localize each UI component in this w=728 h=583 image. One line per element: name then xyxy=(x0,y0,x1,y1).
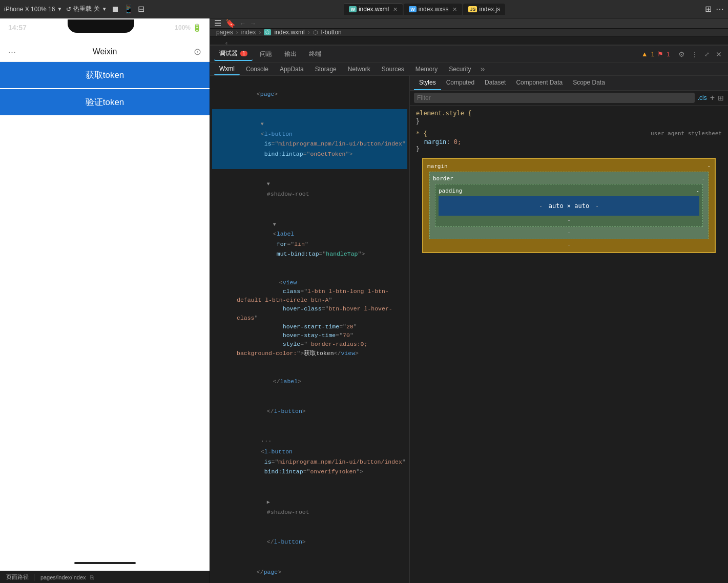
cls-label[interactable]: .cls xyxy=(698,94,707,101)
path-file: index.wxml xyxy=(274,29,304,36)
tab-sources[interactable]: Sources xyxy=(377,64,409,75)
tab-security[interactable]: Security xyxy=(444,64,476,75)
page-path-label: 页面路径 xyxy=(6,573,29,581)
device-label: iPhone X 100% 16 xyxy=(4,6,55,13)
tab-index-js[interactable]: JS index.js xyxy=(463,4,505,15)
phone-simulator-panel: 14:57 100% 🔋 ··· Weixin ⊙ 获取token 验证toke… xyxy=(0,18,210,583)
phone-status-bar: 14:57 100% 🔋 xyxy=(0,18,210,37)
tab-terminal[interactable]: 终端 xyxy=(304,48,326,60)
dom-line-lbutton2[interactable]: ··· <l-button is="miniprogram_npm/lin-ui… xyxy=(212,426,407,487)
path-index: index xyxy=(241,29,256,36)
error-count-badge: 1 xyxy=(667,51,670,58)
styles-filter-input[interactable] xyxy=(414,93,695,103)
phone-btn-get-token[interactable]: 获取token xyxy=(0,62,210,88)
phone-time: 14:57 xyxy=(8,24,27,32)
split-editor-icon[interactable]: ⊞ xyxy=(705,4,712,14)
tab-styles[interactable]: Styles xyxy=(414,76,441,90)
warning-icon: ▲ xyxy=(641,50,648,58)
tab-appdata[interactable]: AppData xyxy=(275,64,309,75)
prop-name-margin: margin xyxy=(424,138,446,145)
dom-line-view[interactable]: <view class="l-btn l-btn-long l-btn-defa… xyxy=(212,269,407,366)
border-value: - xyxy=(701,175,705,182)
dom-line-label[interactable]: ▼ <label for="lin" mut-bind:tap="handleT… xyxy=(212,209,407,269)
nav-back-button[interactable]: ← xyxy=(240,20,246,27)
dom-line-page-close[interactable]: </page> xyxy=(212,557,407,583)
dom-line-lbutton2-close[interactable]: </l-button> xyxy=(212,527,407,557)
styles-rule-close-element: } xyxy=(416,118,722,125)
tab-storage[interactable]: Storage xyxy=(310,64,342,75)
border-label: border xyxy=(433,175,453,182)
flag-icon: ⚑ xyxy=(657,50,663,58)
phone-btn-verify-token[interactable]: 验证token xyxy=(0,89,210,115)
more-devtools-icon[interactable]: ⋮ xyxy=(689,50,700,58)
dom-tree-panel[interactable]: <page> ▼ <l-button is="miniprogram_npm/l… xyxy=(210,76,410,583)
settings-icon[interactable]: ⚙ xyxy=(676,50,687,58)
tab-label: index.wxml xyxy=(359,6,389,13)
dom-line-shadow-root[interactable]: ▼ #shadow-root xyxy=(212,169,407,209)
stop-button[interactable]: ⏹ xyxy=(111,5,119,14)
layout-button[interactable]: ⊟ xyxy=(138,4,144,14)
top-toolbar: iPhone X 100% 16 ▼ ↺ 热重载 关 ▼ ⏹ 📱 ⊟ W ind… xyxy=(0,0,728,18)
right-panel: ☰ 🔖 ← → pages › index › ⬡ index.wxml › ⬡… xyxy=(210,18,728,583)
tab-component-data[interactable]: Component Data xyxy=(511,76,568,90)
tab-issues[interactable]: 问题 xyxy=(255,48,277,60)
tab-index-wxss[interactable]: W index.wxss ✕ xyxy=(404,4,462,15)
styles-rule-element: element.style { } xyxy=(416,110,722,125)
dom-line-lbutton1-close[interactable]: </l-button> xyxy=(212,397,407,427)
styles-panel: Styles Computed Dataset Component Data S… xyxy=(410,76,728,583)
fullscreen-icon[interactable]: ⤢ xyxy=(702,51,712,58)
tab-network[interactable]: Network xyxy=(343,64,376,75)
prop-value-margin: 0; xyxy=(454,138,461,145)
chevron-down-icon-reload: ▼ xyxy=(102,6,107,12)
devtools-tabs-bar: 调试器 1 问题 输出 终端 ▲ 1 ⚑ 1 xyxy=(210,46,728,63)
more-options-icon[interactable]: ⋯ xyxy=(716,4,724,14)
tab-close-icon[interactable]: ✕ xyxy=(393,6,398,13)
tab-scope-data[interactable]: Scope Data xyxy=(568,76,610,90)
tab-computed[interactable]: Computed xyxy=(441,76,480,90)
file-icon: ⬡ xyxy=(264,29,271,35)
reload-button[interactable]: ↺ 热重载 关 ▼ xyxy=(66,5,107,13)
tab-index-wxml[interactable]: W index.wxml ✕ xyxy=(344,3,403,15)
tab-debugger-label: 调试器 xyxy=(219,50,238,57)
phone-back-icon: ··· xyxy=(8,47,16,57)
page-path-value: pages/index/index xyxy=(40,574,86,580)
tab-output[interactable]: 输出 xyxy=(279,48,302,60)
editor-toolbar: ☰ 🔖 ← → xyxy=(210,18,728,29)
close-devtools-icon[interactable]: ✕ xyxy=(714,50,724,58)
nav-forward-button[interactable]: → xyxy=(250,20,256,27)
code-editor[interactable]: 1 <l-button l-class="btn-A" bind:lintap=… xyxy=(210,36,728,45)
page-path-sep: │ xyxy=(33,574,36,580)
margin-label: margin xyxy=(427,163,448,170)
phone-battery-icon: 🔋 xyxy=(193,24,201,32)
tab-console[interactable]: Console xyxy=(241,64,274,75)
dom-line-lbutton1[interactable]: ▼ <l-button is="miniprogram_npm/lin-ui/b… xyxy=(212,109,407,169)
more-panel-tabs-icon[interactable]: » xyxy=(477,65,488,74)
hamburger-icon[interactable]: ☰ xyxy=(214,18,221,28)
dom-line-page[interactable]: <page> xyxy=(212,79,407,109)
copy-path-icon[interactable]: ⎘ xyxy=(90,574,94,580)
wxml-tab-icon: W xyxy=(349,6,357,12)
tab-memory[interactable]: Memory xyxy=(410,64,443,75)
tab-wxml[interactable]: Wxml xyxy=(214,63,240,75)
tab-close-icon-wxss[interactable]: ✕ xyxy=(452,6,457,13)
phone-app-header: ··· Weixin ⊙ xyxy=(0,42,210,62)
devtools-content: <page> ▼ <l-button is="miniprogram_npm/l… xyxy=(210,76,728,583)
path-pages: pages xyxy=(216,29,233,36)
add-style-icon[interactable]: + xyxy=(710,93,715,102)
dom-line-shadow-root2[interactable]: ▶ #shadow-root xyxy=(212,487,407,527)
toggle-style-icon[interactable]: ⊞ xyxy=(718,94,724,102)
tab-terminal-label: 终端 xyxy=(309,50,321,57)
dom-line-label-close[interactable]: </label> xyxy=(212,366,407,397)
tab-debugger[interactable]: 调试器 1 xyxy=(214,47,253,61)
styles-content: element.style { } * { user agent stylesh… xyxy=(410,106,728,583)
device-selector[interactable]: iPhone X 100% 16 ▼ xyxy=(4,6,62,13)
tab-dataset[interactable]: Dataset xyxy=(480,76,511,90)
device-frame-button[interactable]: 📱 xyxy=(123,4,134,14)
phone-content-area xyxy=(0,116,210,555)
phone-frame: 14:57 100% 🔋 ··· Weixin ⊙ 获取token 验证toke… xyxy=(0,18,210,571)
breadcrumb: pages › index › ⬡ index.wxml › ⬡ l-butto… xyxy=(210,29,728,36)
home-indicator xyxy=(74,562,136,564)
path-component: l-button xyxy=(321,29,342,36)
bookmark-icon[interactable]: 🔖 xyxy=(225,18,236,28)
padding-value: - xyxy=(696,188,699,194)
